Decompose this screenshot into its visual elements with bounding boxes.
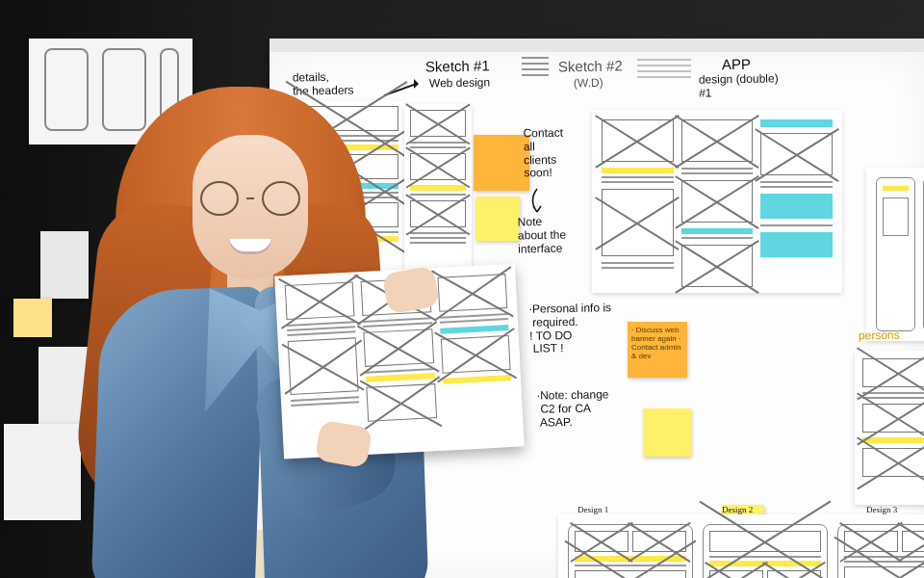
- tag-persons: persons: [859, 329, 900, 344]
- label-sketch1-title: Sketch #1: [425, 57, 490, 74]
- scene-root: details, the headers Sketch #1 Web desig…: [0, 0, 924, 578]
- hatch-deco-1: [520, 56, 552, 89]
- person-smile: [229, 239, 271, 254]
- label-app-sub: design (double) #1: [699, 72, 779, 100]
- label-sketch2-sub: (W.D): [574, 77, 603, 91]
- glasses-icon: [200, 181, 300, 216]
- label-app-title: APP: [722, 56, 751, 73]
- sticky-yellow-1: [475, 197, 520, 241]
- note-change-c2: ·Note: change C2 for CA ASAP.: [537, 388, 609, 430]
- sticky-orange-2: · Discuss web banner again · Contact adm…: [628, 322, 687, 378]
- label-design-3: Design 3: [866, 505, 897, 514]
- note-about-interface: Note about the interface: [518, 216, 567, 256]
- wall-sticky-yellow: [13, 299, 52, 337]
- person-face: [192, 135, 308, 279]
- sticky-yellow-2: [643, 408, 691, 457]
- sheet-wireframe-large: [592, 110, 842, 293]
- hatch-deco-2: [635, 56, 693, 85]
- sheet-bottom-designs: [558, 514, 924, 578]
- sheet-mid-right: [855, 351, 924, 505]
- label-sketch2-title: Sketch #2: [558, 57, 623, 74]
- label-design-1: Design 1: [578, 505, 608, 514]
- label-design-2: Design 2: [722, 505, 753, 514]
- note-todo-list: ·Personal info is required. ! TO DO LIST…: [529, 302, 612, 356]
- note-contact-clients: Contact all clients soon!: [524, 127, 564, 181]
- arrow-down-1: [527, 187, 547, 216]
- sheet-phone-trio: [866, 168, 924, 341]
- sticky-orange-1: [474, 135, 529, 191]
